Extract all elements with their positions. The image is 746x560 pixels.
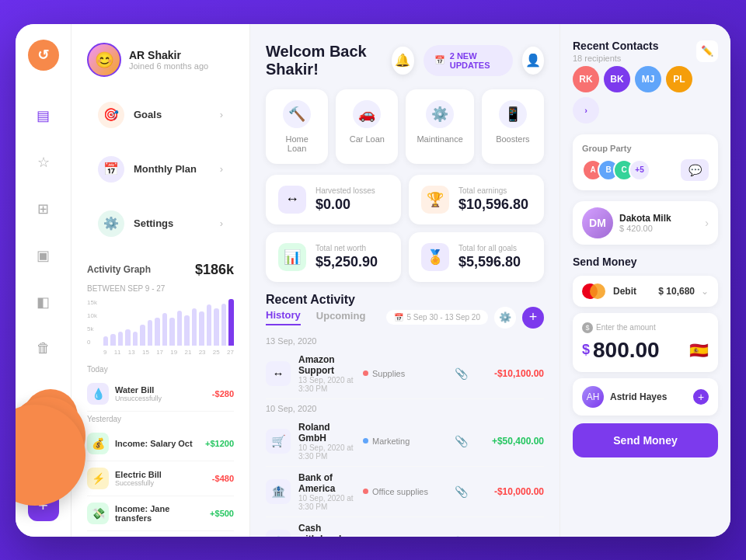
contact-4-avatar[interactable]: PL (666, 66, 692, 92)
main-header: Welcom Back Shakir! 🔔 📅 2 NEW UPDATES 👤 (266, 43, 544, 78)
yesterday-label: Yesterday (87, 415, 234, 423)
qa-car-loan[interactable]: 🚗 Car Loan (336, 89, 398, 164)
calendar-icon: 📅 (394, 313, 403, 322)
recipient-add-button[interactable]: + (693, 389, 709, 405)
boa-cat-dot (363, 489, 368, 494)
activity-item-internet: 🌐 Internet Bill Successfully -$100 (87, 531, 234, 537)
debit-row: Debit $ 10,680 ⌄ (573, 276, 718, 307)
salary-name: Income: Salary Oct (115, 439, 199, 448)
bar-11 (177, 311, 183, 346)
bar-2 (110, 334, 116, 346)
header-actions: 🔔 📅 2 NEW UPDATES 👤 (392, 45, 544, 76)
activity-item-electric: ⚡ Electric Bill Successfully -$480 (87, 461, 234, 496)
amazon-cat-dot (363, 370, 368, 376)
stat-total-earnings: 🏆 Total earnings $10,596.80 (409, 175, 544, 224)
roland-category: Marketing (372, 437, 410, 446)
dakota-amount: $ 420.00 (619, 224, 699, 233)
amazon-amount: -$10,100.00 (482, 368, 544, 379)
contact-more[interactable]: › (573, 97, 599, 123)
chart-x-labels: 9 11 13 15 17 19 21 23 25 27 (103, 349, 234, 356)
group-more-count: +5 (629, 159, 650, 181)
txn-amazon: ↔️ Amazon Support 13 Sep, 2020 at 3:30 P… (266, 349, 544, 399)
updates-button[interactable]: 📅 2 NEW UPDATES (424, 45, 513, 76)
contact-2-avatar[interactable]: BK (604, 66, 630, 92)
amazon-name: Amazon Support (298, 354, 355, 376)
roland-attach-icon: 📎 (455, 435, 468, 447)
total-earnings-value: $10,596.80 (458, 197, 528, 213)
boa-name: Bank of America (298, 472, 355, 494)
qa-boosters[interactable]: 📱 Boosters (482, 89, 544, 164)
amazon-date: 13 Sep, 2020 at 3:30 PM (298, 376, 355, 393)
notification-button[interactable]: 🔔 (392, 47, 413, 75)
bar-5 (133, 332, 138, 346)
amount-input-box[interactable]: $ Enter the amount $ 800.00 🇪🇸 (573, 313, 718, 372)
sidebar-item-layout[interactable]: ▣ (30, 242, 58, 270)
group-party-card: Group Party A B C +5 💬 (573, 134, 718, 190)
activity-item-jane: 💸 Income: Jane transfers +$500 (87, 496, 234, 531)
right-panel: Recent Contacts 18 recipients ✏️ RK BK M… (560, 24, 730, 537)
cash-attach-icon: 📎 (455, 536, 468, 537)
water-bill-name: Water Bill (115, 385, 206, 395)
amazon-icon: ↔️ (266, 361, 291, 386)
contact-3-avatar[interactable]: MJ (635, 66, 661, 92)
send-money-button[interactable]: Send Money (573, 423, 718, 457)
bar-12 (184, 315, 190, 346)
menu-item-goals[interactable]: 🎯 Goals › (87, 92, 234, 137)
recipient-name: Astrid Hayes (610, 391, 687, 402)
recipient-avatar: AH (582, 386, 604, 408)
activity-graph-date: BETWEEN SEP 9 - 27 (87, 284, 234, 293)
qa-home-loan[interactable]: 🔨 Home Loan (266, 89, 328, 164)
stat-harvested-losses: ↔️ Harvested losses $0.00 (266, 175, 401, 224)
edit-contacts-button[interactable]: ✏️ (696, 40, 718, 62)
menu-item-monthly-plan[interactable]: 📅 Monthly Plan › (87, 147, 234, 192)
amount-hint-text: Enter the amount (596, 323, 656, 332)
sidebar-item-home[interactable]: ▤ (30, 102, 58, 130)
app-logo[interactable]: ↺ (28, 40, 59, 71)
recent-activity-section: Recent Activity History Upcoming 📅 5 Sep… (266, 293, 544, 537)
txn-cash-withdrawl: 🏦 Cash withdrawl 10 Sep, 2020 at 3:30 PM… (266, 517, 544, 537)
sidebar-item-favorites[interactable]: ☆ (30, 148, 58, 176)
tab-upcoming[interactable]: Upcoming (316, 310, 366, 325)
date-range-filter[interactable]: 📅 5 Sep 30 - 13 Sep 20 (386, 310, 488, 325)
dakota-milk-row[interactable]: DM Dakota Milk $ 420.00 › (573, 201, 718, 245)
bar-7 (148, 320, 153, 346)
group-party-label: Group Party (582, 144, 709, 153)
settings-label: Settings (134, 217, 211, 229)
user-joined: Joined 6 months ago (129, 61, 208, 71)
chart-y-axis: 15k 10k 5k 0 (87, 299, 97, 346)
add-transaction-button[interactable]: + (522, 307, 544, 329)
activity-tabs: History Upcoming 📅 5 Sep 30 - 13 Sep 20 … (266, 307, 544, 329)
filter-button[interactable]: ⚙️ (494, 307, 516, 329)
goals-chevron-icon: › (220, 109, 223, 120)
car-loan-icon: 🚗 (353, 100, 381, 128)
boa-amount: -$10,000.00 (482, 486, 544, 497)
goals-icon: 🎯 (98, 102, 124, 128)
recent-activity-title: Recent Activity (266, 293, 544, 307)
stat-total-goals: 🏅 Total for all goals $5,596.80 (409, 232, 544, 282)
salary-amount: +$1200 (205, 439, 234, 448)
total-goals-label: Total for all goals (458, 244, 521, 252)
left-panel: 😊 AR Shakir Joined 6 months ago 🎯 Goals … (71, 24, 250, 537)
water-bill-icon: 💧 (87, 383, 109, 405)
monthly-plan-chevron-icon: › (220, 163, 223, 175)
bar-8 (155, 318, 160, 346)
total-earnings-label: Total earnings (458, 186, 528, 195)
today-label: Today (87, 365, 234, 374)
left-activity-list: Today 💧 Water Bill Unsuccessfully -$280 … (87, 365, 234, 537)
tab-history[interactable]: History (266, 309, 301, 325)
roland-date: 10 Sep, 2020 at 3:30 PM (298, 443, 355, 461)
sidebar-item-inbox[interactable]: ◧ (30, 288, 58, 316)
group-chat-icon[interactable]: 💬 (681, 159, 709, 181)
amount-hint: $ Enter the amount (582, 322, 709, 333)
profile-button[interactable]: 👤 (522, 47, 544, 75)
welcome-title: Welcom Back Shakir! (266, 43, 392, 78)
sidebar-item-grid[interactable]: ⊞ (30, 195, 58, 223)
amazon-attach-icon: 📎 (455, 367, 468, 380)
sidebar-item-trash[interactable]: 🗑 (30, 335, 58, 363)
date-range-text: 5 Sep 30 - 13 Sep 20 (406, 313, 480, 322)
user-name: AR Shakir (129, 49, 208, 61)
menu-item-settings[interactable]: ⚙️ Settings › (87, 201, 234, 246)
dollar-circle-icon: $ (582, 322, 593, 333)
contact-1-avatar[interactable]: RK (573, 66, 599, 92)
qa-maintenance[interactable]: ⚙️ Maintinance (406, 89, 473, 164)
